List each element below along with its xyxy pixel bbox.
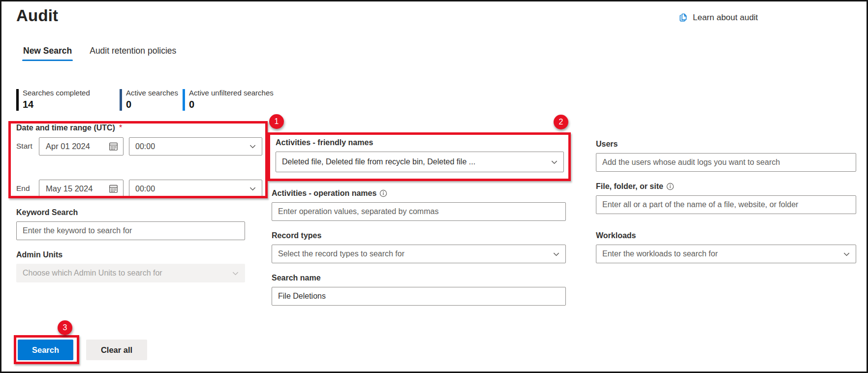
start-date-picker[interactable]: Apr 01 2024 — [39, 137, 124, 155]
calendar-icon — [109, 142, 118, 151]
chevron-down-icon — [551, 158, 558, 166]
tab-bar: New Search Audit retention policies — [23, 46, 176, 61]
keyword-search-input[interactable] — [16, 221, 245, 240]
annotation-badge-3: 3 — [58, 320, 72, 335]
admin-units-label: Admin Units — [16, 250, 62, 259]
audit-page: Audit Learn about audit New Search Audit… — [0, 0, 868, 373]
chevron-down-icon — [232, 270, 239, 277]
stat-label: Searches completed — [23, 88, 90, 98]
workloads-label: Workloads — [596, 231, 636, 240]
chevron-down-icon — [249, 185, 256, 192]
stat-active-unfiltered-searches: Active unfiltered searches 0 — [183, 88, 274, 111]
stat-value: 14 — [23, 98, 90, 111]
record-types-label: Record types — [272, 231, 321, 240]
start-time-value: 00:00 — [135, 142, 155, 151]
required-asterisk: * — [119, 124, 122, 132]
stat-value: 0 — [126, 98, 178, 111]
chevron-down-icon — [553, 250, 560, 258]
workloads-placeholder: Enter the workloads to search for — [602, 249, 718, 258]
activities-friendly-names-value: Deleted file, Deleted file from recycle … — [282, 157, 475, 166]
clear-all-button[interactable]: Clear all — [86, 340, 147, 360]
users-input[interactable] — [596, 153, 856, 172]
search-name-label: Search name — [272, 274, 321, 282]
activities-operation-names-label: Activities - operation names — [272, 189, 387, 198]
users-label: Users — [596, 140, 618, 149]
stat-bar — [120, 89, 122, 111]
end-date-value: May 15 2024 — [46, 184, 93, 193]
chevron-down-icon — [249, 143, 256, 150]
admin-units-placeholder: Choose which Admin Units to search for — [23, 269, 162, 278]
record-types-placeholder: Select the record types to search for — [278, 249, 404, 258]
info-icon[interactable] — [666, 183, 674, 190]
document-copy-icon — [678, 12, 688, 23]
search-name-input[interactable] — [272, 287, 566, 306]
learn-link-label: Learn about audit — [693, 13, 758, 23]
activities-friendly-names-dropdown[interactable]: Deleted file, Deleted file from recycle … — [276, 152, 564, 172]
stat-searches-completed: Searches completed 14 — [16, 88, 90, 111]
active-tab-underline — [22, 60, 73, 61]
stat-bar — [183, 89, 185, 111]
workloads-dropdown[interactable]: Enter the workloads to search for — [596, 245, 856, 263]
search-button[interactable]: Search — [18, 340, 73, 360]
end-time-dropdown[interactable]: 00:00 — [129, 180, 262, 198]
file-folder-site-input[interactable] — [596, 195, 856, 214]
end-row-label: End — [16, 184, 30, 193]
activities-friendly-names-label: Activities - friendly names — [276, 138, 373, 147]
start-time-dropdown[interactable]: 00:00 — [129, 137, 262, 155]
end-time-value: 00:00 — [135, 185, 155, 193]
calendar-icon — [109, 184, 118, 193]
start-date-value: Apr 01 2024 — [46, 142, 90, 151]
tab-new-search[interactable]: New Search — [23, 46, 72, 61]
stat-active-searches: Active searches 0 — [120, 88, 178, 111]
annotation-badge-2: 2 — [554, 115, 568, 129]
stat-label: Active searches — [126, 88, 178, 98]
chevron-down-icon — [843, 250, 850, 258]
keyword-search-label: Keyword Search — [16, 208, 78, 217]
end-date-picker[interactable]: May 15 2024 — [39, 180, 124, 198]
annotation-badge-1: 1 — [269, 114, 284, 129]
date-range-label: Date and time range (UTC) * — [16, 124, 122, 132]
learn-about-audit-link[interactable]: Learn about audit — [678, 12, 758, 23]
stat-bar — [16, 89, 19, 111]
stat-value: 0 — [189, 98, 274, 111]
activities-operation-names-input[interactable] — [272, 202, 566, 221]
page-title: Audit — [16, 6, 58, 25]
tab-audit-retention-policies[interactable]: Audit retention policies — [90, 46, 176, 61]
start-row-label: Start — [16, 142, 32, 151]
record-types-dropdown[interactable]: Select the record types to search for — [272, 245, 566, 263]
stat-label: Active unfiltered searches — [189, 88, 274, 98]
file-folder-site-label: File, folder, or site — [596, 182, 674, 191]
admin-units-dropdown[interactable]: Choose which Admin Units to search for — [16, 264, 245, 282]
info-icon[interactable] — [379, 189, 387, 197]
